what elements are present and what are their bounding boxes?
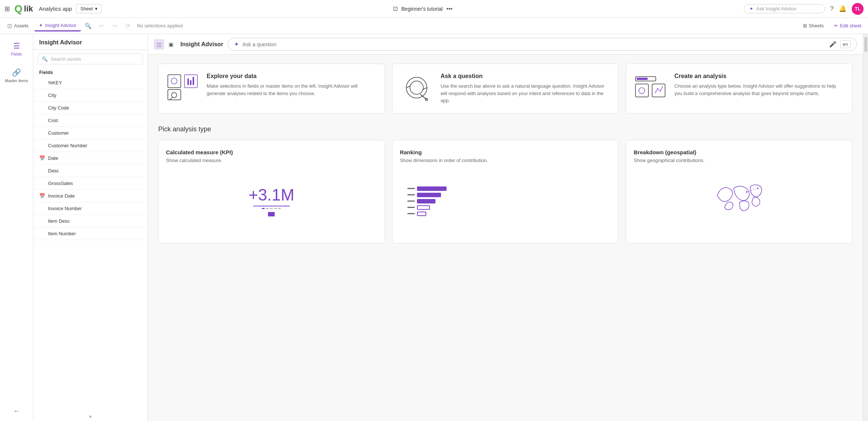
search-assets-input[interactable]: 🔍 Search assets	[38, 54, 143, 64]
field-item[interactable]: Cost	[33, 114, 148, 127]
rank-row	[407, 212, 604, 216]
refresh-icon-btn[interactable]: ⟳	[122, 20, 134, 32]
fields-list: %KEY City City Code Cost Customer Custom…	[33, 77, 148, 412]
insight-advisor-button[interactable]: ✦ Insight Advisor	[34, 20, 81, 31]
field-item[interactable]: Desc	[33, 165, 148, 177]
sheets-grid-icon: ⊞	[803, 23, 807, 28]
rank-bar	[417, 193, 441, 197]
ask-card-body: Ask a question Use the search bar above …	[441, 73, 611, 104]
explore-card-title: Explore your data	[207, 73, 377, 80]
assets-button[interactable]: ◫ Assets	[3, 21, 33, 31]
field-item[interactable]: Item Desc	[33, 215, 148, 228]
field-item[interactable]: GrossSales	[33, 177, 148, 190]
field-label: Customer Number	[48, 143, 87, 148]
field-label: Desc	[48, 168, 59, 174]
sheets-label: Sheets	[809, 23, 824, 28]
field-item[interactable]: %KEY	[33, 77, 148, 89]
left-panel: ☰ Fields 🔗 Master items ←	[0, 34, 33, 421]
star-icon: ✦	[749, 6, 753, 11]
search-icon-btn[interactable]: 🔍	[82, 20, 94, 32]
master-items-label: Master items	[5, 78, 28, 83]
explore-card: Explore your data Make selections in fie…	[158, 64, 385, 114]
tutorial-icon: ⊡	[393, 5, 398, 12]
field-item[interactable]: City	[33, 89, 148, 102]
insight-fields-panel: Insight Advisor 🔍 Search assets Fields %…	[33, 34, 148, 421]
svg-rect-6	[193, 77, 194, 85]
rank-bar	[417, 186, 447, 191]
fields-section-label: Fields	[33, 67, 148, 77]
ranking-card[interactable]: Ranking Show dimensions in order of cont…	[392, 140, 619, 243]
svg-point-7	[172, 92, 177, 98]
field-item[interactable]: Customer Number	[33, 139, 148, 152]
edit-label: Edit sheet	[840, 23, 861, 28]
language-selector[interactable]: en	[840, 40, 851, 48]
field-label: City Code	[48, 105, 69, 111]
rank-row	[407, 186, 604, 191]
field-item[interactable]: Item Number	[33, 228, 148, 240]
selections-label: No selections applied	[137, 23, 183, 28]
fields-label: Fields	[11, 52, 22, 56]
nav-right: ✦ Ask Insight Advisor ? 🔔 TL	[744, 3, 864, 15]
sheets-button[interactable]: ⊞ Sheets	[799, 21, 827, 30]
undo-icon-btn[interactable]: ↩	[96, 20, 108, 32]
scroll-indicator: ▾	[33, 412, 148, 421]
svg-point-9	[406, 77, 427, 98]
create-card-title: Create an analysis	[674, 73, 845, 80]
ranking-card-desc: Show dimensions in order of contribution…	[400, 158, 611, 163]
ask-icon	[400, 73, 433, 104]
geospatial-card[interactable]: Breakdown (geospatial) Show geographical…	[626, 140, 852, 243]
panel-toggle-side[interactable]: ◫	[154, 39, 164, 50]
intro-cards-row: Explore your data Make selections in fie…	[158, 64, 852, 114]
field-item[interactable]: 📅 Invoice Date	[33, 190, 148, 202]
top-navbar: ⊞ Qlik Analytics app Sheet ▾ ⊡ Beginner'…	[0, 0, 868, 18]
geospatial-card-title: Breakdown (geospatial)	[634, 149, 845, 155]
kpi-dot	[278, 208, 281, 209]
redo-icon: ↪	[112, 23, 117, 29]
ia-question-input[interactable]	[243, 41, 825, 47]
ranking-visual	[400, 168, 611, 234]
rank-bar-outline	[417, 205, 430, 210]
insight-advisor-search[interactable]: ✦ Ask Insight Advisor	[744, 4, 825, 13]
toolbar: ◫ Assets ✦ Insight Advisor 🔍 ↩ ↪ ⟳ No se…	[0, 18, 868, 34]
field-label: Cost	[48, 118, 58, 123]
avatar[interactable]: TL	[852, 3, 864, 15]
microphone-icon[interactable]: 🎤	[829, 41, 837, 48]
right-scrollbar[interactable]	[863, 34, 868, 421]
calendar-icon: 📅	[39, 155, 45, 161]
field-item[interactable]: City Code	[33, 102, 148, 114]
ask-question-card: Ask a question Use the search bar above …	[392, 64, 619, 114]
ia-question-search[interactable]: ✦ 🎤 en	[228, 38, 857, 51]
svg-rect-17	[635, 84, 648, 97]
master-items-icon: 🔗	[12, 68, 21, 77]
field-item[interactable]: Customer	[33, 127, 148, 139]
edit-sheet-button[interactable]: ✏ Edit sheet	[830, 21, 865, 30]
field-label: Invoice Date	[48, 193, 75, 199]
logo-lik: lik	[24, 4, 33, 14]
chevron-down-icon: ▾	[95, 6, 98, 11]
kpi-card[interactable]: Calculated measure (KPI) Show calculated…	[158, 140, 385, 243]
grid-icon[interactable]: ⊞	[4, 5, 10, 13]
refresh-icon: ⟳	[126, 23, 130, 29]
collapse-button[interactable]: ←	[13, 407, 20, 421]
search-icon: 🔍	[42, 56, 48, 62]
panel-toggle-full[interactable]: ▣	[166, 39, 176, 50]
more-icon[interactable]: •••	[446, 6, 452, 12]
sidebar-item-master-items[interactable]: 🔗 Master items	[2, 65, 31, 86]
field-item[interactable]: 📅 Date	[33, 152, 148, 165]
edit-icon: ✏	[834, 23, 838, 28]
sheet-dropdown[interactable]: Sheet ▾	[76, 4, 102, 13]
search-icon: 🔍	[85, 23, 92, 29]
svg-rect-4	[187, 78, 189, 85]
redo-icon-btn[interactable]: ↪	[109, 20, 121, 32]
analysis-section-title: Pick analysis type	[158, 125, 852, 133]
field-label: Customer	[48, 130, 69, 136]
help-icon[interactable]: ?	[830, 5, 834, 13]
analysis-section: Pick analysis type Calculated measure (K…	[158, 125, 852, 243]
tutorial-label[interactable]: Beginner's tutorial	[401, 6, 443, 12]
sidebar-item-fields[interactable]: ☰ Fields	[8, 38, 25, 59]
field-item[interactable]: Invoice Number	[33, 202, 148, 215]
bell-icon[interactable]: 🔔	[839, 5, 847, 13]
assets-icon: ◫	[7, 23, 12, 28]
rank-bar	[417, 199, 435, 203]
ia-header-bar: ◫ ▣ Insight Advisor ✦ 🎤 en	[148, 34, 863, 55]
